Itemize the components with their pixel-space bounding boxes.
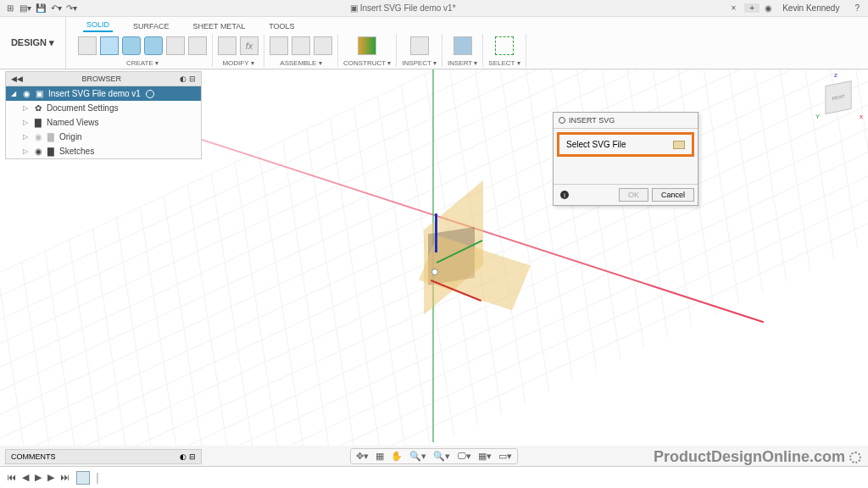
group-select-label[interactable]: SELECT ▾ (488, 59, 520, 67)
zoom-icon[interactable]: 🔍▾ (409, 451, 426, 462)
browser-collapse-icon[interactable]: ◀◀ (11, 75, 23, 83)
timeline-playhead[interactable]: │ (95, 473, 101, 483)
tab-surface[interactable]: SURFACE (130, 20, 173, 32)
group-insert: INSERT ▾ (442, 34, 483, 67)
timeline-next-icon[interactable]: ▶ (46, 472, 56, 482)
group-create-label[interactable]: CREATE ▾ (126, 59, 159, 67)
tab-tools[interactable]: TOOLS (265, 20, 298, 32)
pan-icon[interactable]: ✋ (391, 451, 403, 462)
visibility-icon[interactable]: ◉ (35, 147, 42, 156)
browser-pin-icon[interactable]: ◐ ⊟ (180, 75, 196, 83)
assemble-more-icon[interactable] (314, 36, 332, 55)
group-modify-label[interactable]: MODIFY ▾ (222, 59, 253, 67)
radio-icon[interactable] (146, 90, 154, 98)
fx-icon[interactable]: fx (240, 36, 259, 55)
visibility-off-icon[interactable]: ◉ (35, 132, 42, 141)
group-construct: CONSTRUCT ▾ (338, 34, 397, 67)
select-svg-file-row[interactable]: Select SVG File (557, 132, 694, 157)
user-name[interactable]: Kevin Kennedy (777, 3, 844, 13)
tab-add-icon[interactable]: + (744, 3, 760, 13)
grid-icon[interactable]: ⊞ (3, 2, 17, 15)
browser-item-label: Named Views (47, 118, 99, 127)
browser-item-sketches[interactable]: ▷◉▇Sketches (6, 144, 201, 158)
cancel-button[interactable]: Cancel (652, 188, 694, 202)
sketch-plane-xy (419, 236, 531, 311)
inspect-icon[interactable] (410, 36, 429, 55)
z-axis-indicator (435, 214, 437, 252)
orbit-icon[interactable]: ✥▾ (356, 451, 369, 462)
fit-icon[interactable]: 🔍▾ (433, 451, 450, 462)
pressfull-icon[interactable] (218, 36, 236, 55)
construct-icon[interactable] (358, 36, 376, 55)
help-icon[interactable]: ? (849, 3, 865, 13)
watermark: ProductDesignOnline.com (654, 448, 861, 466)
group-create: CREATE ▾ (73, 34, 213, 67)
visibility-icon[interactable]: ◉ (23, 89, 31, 98)
watermark-gear-icon (849, 452, 861, 463)
timeline-start-icon[interactable]: ⏮ (5, 472, 18, 482)
undo-icon[interactable]: ↶▾ (49, 2, 63, 15)
comments-expand-icon[interactable]: ◐ ⊟ (180, 452, 196, 461)
tab-sheetmetal[interactable]: SHEET METAL (190, 20, 249, 32)
y-axis-indicator (437, 240, 483, 263)
group-modify: fx MODIFY ▾ (213, 34, 264, 67)
viewport-icon[interactable]: ▭▾ (498, 451, 512, 462)
cube-icon: ▣ (350, 3, 358, 13)
sketch-folder-icon: ▇ (47, 147, 54, 156)
view-cube[interactable]: z FRONT Y x (819, 78, 858, 117)
dialog-settings-icon[interactable] (559, 117, 565, 124)
browser-root-label: Insert SVG File demo v1 (48, 89, 141, 98)
assemble-icon[interactable] (270, 36, 288, 55)
origin-folder-icon: ▇ (47, 132, 54, 141)
insert-svg-dialog: INSERT SVG Select SVG File i OK Cancel (553, 112, 698, 206)
sketch-icon[interactable] (78, 36, 97, 55)
browser-item-docsettings[interactable]: ▷✿Document Settings (6, 101, 201, 115)
joint-icon[interactable] (292, 36, 310, 55)
tab-close-icon[interactable]: × (727, 3, 739, 13)
file-icon[interactable]: ▤▾ (19, 2, 32, 15)
tab-solid[interactable]: SOLID (83, 19, 113, 32)
select-icon[interactable] (495, 36, 514, 55)
info-icon[interactable]: i (560, 191, 569, 199)
create-more-icon[interactable] (188, 36, 207, 55)
extensions-icon[interactable]: ◉ (765, 3, 772, 13)
viewcube-x-label: x (860, 113, 863, 120)
viewcube-y-label: Y (815, 113, 820, 120)
viewcube-face[interactable]: FRONT (825, 80, 851, 114)
extrude-icon[interactable] (122, 36, 141, 55)
group-assemble-label[interactable]: ASSEMBLE ▾ (280, 59, 321, 67)
navigation-bar: ✥▾ ▦ ✋ 🔍▾ 🔍▾ 🖵▾ ▦▾ ▭▾ (350, 448, 518, 464)
browser-item-origin[interactable]: ▷◉▇Origin (6, 130, 201, 144)
ok-button[interactable]: OK (619, 188, 648, 202)
revolve-icon[interactable] (144, 36, 163, 55)
sketch-plane-xz (428, 227, 475, 286)
doc-title: Insert SVG File demo v1* (360, 3, 456, 13)
group-construct-label[interactable]: CONSTRUCT ▾ (343, 59, 391, 67)
display-icon[interactable]: 🖵▾ (457, 451, 471, 462)
group-select: SELECT ▾ (483, 34, 526, 67)
lookAt-icon[interactable]: ▦ (376, 451, 384, 462)
timeline-end-icon[interactable]: ⏭ (58, 472, 71, 482)
browser-root[interactable]: ◢ ◉ ▣ Insert SVG File demo v1 (6, 86, 201, 101)
box-icon[interactable] (100, 36, 119, 55)
timeline-play-icon[interactable]: ▶ (33, 472, 43, 482)
browser-item-label: Document Settings (47, 103, 119, 113)
redo-icon[interactable]: ↷▾ (64, 2, 78, 15)
timeline: ⏮ ◀ ▶ ▶ ⏭ │ (0, 466, 868, 488)
save-icon[interactable]: 💾 (34, 2, 47, 15)
expand-icon[interactable]: ◢ (11, 90, 18, 97)
comments-panel[interactable]: COMMENTS ◐ ⊟ (5, 449, 202, 464)
workspace-design-button[interactable]: DESIGN ▾ (0, 17, 66, 69)
x-axis-indicator (431, 280, 481, 302)
folder-open-icon[interactable] (673, 141, 685, 149)
browser-item-namedviews[interactable]: ▷▇Named Views (6, 115, 201, 130)
hole-icon[interactable] (166, 36, 185, 55)
group-inspect-label[interactable]: INSPECT ▾ (402, 59, 437, 67)
group-insert-label[interactable]: INSERT ▾ (448, 59, 477, 67)
grid-settings-icon[interactable]: ▦▾ (478, 451, 492, 462)
insert-icon[interactable] (453, 36, 472, 55)
folder-icon: ▇ (35, 118, 42, 127)
timeline-feature-sketch[interactable] (76, 471, 90, 485)
component-icon: ▣ (36, 89, 43, 98)
timeline-prev-icon[interactable]: ◀ (20, 472, 31, 482)
